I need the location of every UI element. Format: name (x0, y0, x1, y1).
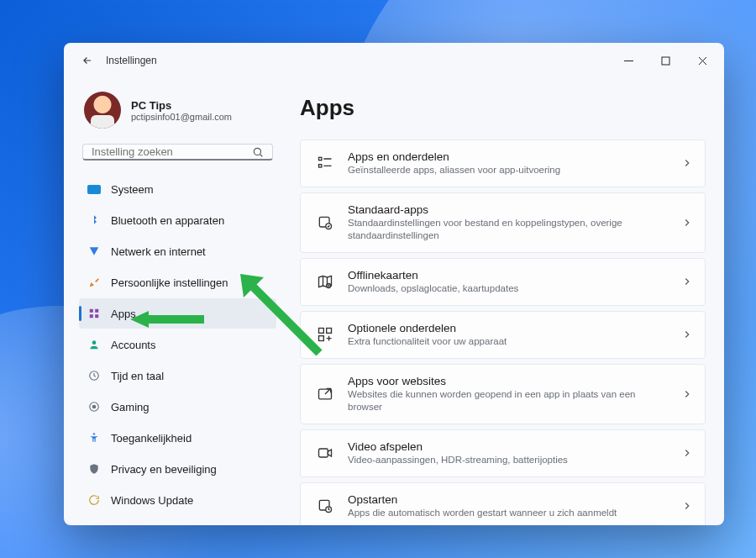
shield-icon (87, 462, 101, 476)
sidebar-item-system[interactable]: Systeem (79, 174, 276, 204)
sidebar-item-privacy[interactable]: Privacy en beveiliging (79, 454, 276, 484)
close-button[interactable] (684, 48, 721, 73)
link-window-icon (316, 386, 334, 403)
sidebar: PC Tips pctipsinfo01@gmail.com Systeem B… (64, 78, 286, 525)
svg-point-6 (92, 340, 97, 345)
search-box[interactable] (82, 144, 273, 161)
svg-rect-16 (319, 329, 324, 334)
sidebar-item-label: Tijd en taal (111, 370, 164, 382)
window-title: Instellingen (106, 55, 157, 66)
card-title: Apps en onderdelen (348, 150, 668, 163)
accessibility-icon (87, 431, 101, 445)
settings-window: Instellingen PC Tips pctipsinfo01@gmail.… (64, 43, 724, 525)
sidebar-item-label: Toegankelijkheid (111, 432, 192, 445)
card-title: Opstarten (348, 493, 668, 506)
svg-point-10 (93, 433, 95, 434)
sidebar-item-bluetooth[interactable]: Bluetooth en apparaten (79, 205, 276, 235)
chevron-right-icon (681, 447, 693, 459)
svg-point-9 (92, 405, 96, 408)
svg-rect-18 (319, 336, 324, 341)
profile-name: PC Tips (131, 99, 232, 112)
sidebar-item-label: Bluetooth en apparaten (111, 214, 224, 227)
chevron-right-icon (681, 217, 693, 229)
card-offline-maps[interactable]: OfflinekaartenDownloads, opslaglocatie, … (300, 258, 706, 306)
main-content: Apps Apps en onderdelenGeïnstalleerde ap… (286, 78, 724, 525)
avatar (84, 92, 121, 129)
clock-icon (87, 369, 101, 382)
gaming-icon (87, 400, 101, 413)
card-startup[interactable]: OpstartenApps die automatisch worden ges… (300, 482, 706, 526)
sidebar-item-label: Persoonlijke instellingen (111, 276, 228, 289)
list-icon (316, 155, 334, 171)
svg-rect-2 (90, 309, 93, 313)
video-icon (316, 445, 334, 461)
sidebar-item-label: Systeem (111, 183, 154, 196)
svg-rect-20 (319, 449, 328, 457)
chevron-right-icon (681, 388, 693, 400)
sidebar-item-gaming[interactable]: Gaming (79, 392, 276, 422)
card-sub: Extra functionaliteit voor uw apparaat (348, 335, 668, 348)
search-icon (252, 146, 264, 158)
svg-point-1 (254, 148, 260, 155)
card-title: Optionele onderdelen (348, 322, 668, 334)
bluetooth-icon (87, 213, 101, 227)
profile-email: pctipsinfo01@gmail.com (131, 112, 232, 122)
svg-rect-3 (95, 309, 98, 313)
sidebar-item-label: Gaming (111, 401, 150, 413)
profile[interactable]: PC Tips pctipsinfo01@gmail.com (79, 78, 276, 140)
search-input[interactable] (92, 145, 252, 158)
card-sub: Downloads, opslaglocatie, kaartupdates (348, 282, 668, 295)
maximize-button[interactable] (647, 48, 684, 73)
sidebar-item-apps[interactable]: Apps (79, 298, 276, 329)
card-sub: Video-aanpassingen, HDR-streaming, batte… (348, 454, 668, 466)
person-icon (87, 338, 101, 351)
sidebar-item-update[interactable]: Windows Update (79, 485, 276, 515)
svg-rect-5 (95, 314, 98, 318)
default-icon (316, 214, 334, 231)
chevron-right-icon (681, 276, 693, 287)
map-icon (316, 273, 334, 290)
card-title: Video afspelen (348, 440, 668, 453)
apps-icon (87, 307, 101, 320)
page-title: Apps (300, 95, 706, 121)
svg-rect-12 (319, 165, 322, 167)
sidebar-item-label: Windows Update (111, 494, 193, 507)
wifi-icon (87, 245, 101, 258)
minimize-button[interactable] (610, 48, 647, 73)
chevron-right-icon (681, 500, 693, 512)
card-sub: Standaardinstellingen voor bestand en ko… (348, 217, 668, 242)
display-icon (87, 185, 101, 194)
sidebar-item-label: Netwerk en internet (111, 245, 206, 258)
chevron-right-icon (681, 157, 693, 169)
nav: Systeem Bluetooth en apparaten Netwerk e… (79, 174, 276, 515)
update-icon (87, 493, 101, 507)
card-optional-features[interactable]: Optionele onderdelenExtra functionalitei… (300, 311, 706, 359)
card-sub: Websites die kunnen worden geopend in ee… (348, 388, 668, 413)
sidebar-item-accounts[interactable]: Accounts (79, 329, 276, 360)
card-video-playback[interactable]: Video afspelenVideo-aanpassingen, HDR-st… (300, 429, 706, 477)
sidebar-item-network[interactable]: Netwerk en internet (79, 236, 276, 266)
card-sub: Geïnstalleerde apps, aliassen voor app-u… (348, 164, 668, 176)
startup-icon (316, 497, 334, 514)
sidebar-item-time[interactable]: Tijd en taal (79, 361, 276, 391)
grid-plus-icon (316, 326, 334, 343)
svg-rect-11 (319, 158, 322, 161)
sidebar-item-label: Apps (111, 308, 136, 320)
svg-rect-17 (327, 329, 332, 334)
card-apps-features[interactable]: Apps en onderdelenGeïnstalleerde apps, a… (300, 140, 706, 187)
sidebar-item-label: Accounts (111, 339, 155, 351)
card-sub: Apps die automatisch worden gestart wann… (348, 507, 668, 519)
card-apps-websites[interactable]: Apps voor websitesWebsites die kunnen wo… (300, 364, 706, 424)
card-title: Apps voor websites (348, 375, 668, 387)
sidebar-item-accessibility[interactable]: Toegankelijkheid (79, 423, 276, 453)
card-title: Offlinekaarten (348, 269, 668, 282)
brush-icon (87, 276, 101, 289)
sidebar-item-label: Privacy en beveiliging (111, 463, 217, 476)
titlebar: Instellingen (64, 43, 724, 78)
svg-rect-0 (662, 57, 669, 65)
chevron-right-icon (681, 329, 693, 340)
sidebar-item-personalization[interactable]: Persoonlijke instellingen (79, 267, 276, 297)
card-default-apps[interactable]: Standaard-appsStandaardinstellingen voor… (300, 192, 706, 253)
svg-rect-4 (90, 314, 93, 318)
back-button[interactable] (81, 54, 94, 67)
